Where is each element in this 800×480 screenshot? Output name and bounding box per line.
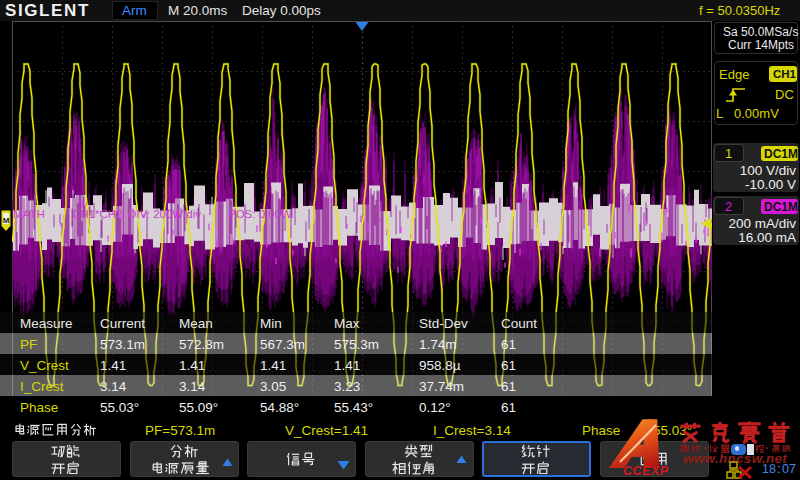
svg-text:M: M	[3, 216, 10, 225]
svg-text:CCEXP: CCEXP	[623, 464, 669, 478]
